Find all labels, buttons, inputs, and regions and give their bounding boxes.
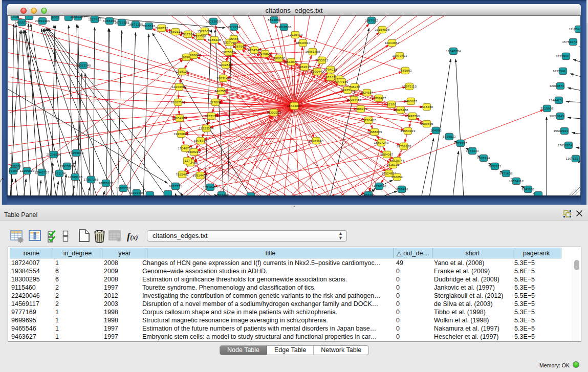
svg-text:127: 127 <box>185 159 190 162</box>
svg-text:19384554: 19384554 <box>309 139 323 142</box>
svg-text:7625402: 7625402 <box>176 173 189 176</box>
svg-text:1063: 1063 <box>52 16 59 19</box>
svg-text:9457791: 9457791 <box>362 193 375 195</box>
svg-text:164095: 164095 <box>430 129 442 132</box>
svg-text:20364486: 20364486 <box>346 98 361 101</box>
svg-text:11923446: 11923446 <box>129 191 144 194</box>
svg-text:17957265: 17957265 <box>83 178 98 181</box>
svg-text:19166825: 19166825 <box>173 133 188 136</box>
svg-text:1527602: 1527602 <box>88 18 101 21</box>
svg-text:8660124: 8660124 <box>169 30 182 33</box>
svg-text:10653267: 10653267 <box>70 16 85 18</box>
svg-text:7632621: 7632621 <box>488 165 502 168</box>
svg-text:7485063: 7485063 <box>399 69 412 72</box>
svg-text:15692921: 15692921 <box>553 129 568 133</box>
svg-text:1451194: 1451194 <box>53 172 66 175</box>
svg-text:16671355: 16671355 <box>128 23 143 26</box>
svg-text:9327503: 9327503 <box>193 35 207 38</box>
svg-text:14055714: 14055714 <box>14 21 29 24</box>
svg-text:8427552: 8427552 <box>214 90 228 93</box>
svg-text:10025488: 10025488 <box>393 108 408 112</box>
svg-text:16961758: 16961758 <box>305 50 320 53</box>
svg-text:2803144: 2803144 <box>216 77 230 80</box>
svg-text:2718126: 2718126 <box>176 70 189 73</box>
svg-text:10654112: 10654112 <box>509 180 524 183</box>
svg-text:8912954: 8912954 <box>181 33 194 36</box>
svg-text:2367608: 2367608 <box>233 45 246 48</box>
svg-text:2935114: 2935114 <box>477 157 490 160</box>
svg-text:15495796: 15495796 <box>405 115 420 118</box>
svg-text:10973493: 10973493 <box>392 54 407 57</box>
svg-text:18640910: 18640910 <box>295 41 310 45</box>
svg-text:7955812: 7955812 <box>315 59 329 62</box>
svg-text:7663822: 7663822 <box>155 27 168 30</box>
svg-text:15716485: 15716485 <box>203 186 217 189</box>
svg-text:8186328: 8186328 <box>208 38 221 41</box>
svg-text:12213967: 12213967 <box>384 41 399 45</box>
svg-text:16107554: 16107554 <box>170 101 185 104</box>
svg-text:9474444: 9474444 <box>466 149 479 152</box>
svg-text:12353594: 12353594 <box>199 127 213 130</box>
svg-text:9146821: 9146821 <box>258 52 272 55</box>
svg-text:19654923: 19654923 <box>400 129 415 133</box>
svg-text:7515526: 7515526 <box>142 25 156 28</box>
svg-text:12975115: 12975115 <box>402 85 417 88</box>
svg-text:18724007: 18724007 <box>287 104 301 107</box>
svg-text:15226058: 15226058 <box>197 30 212 33</box>
svg-text:15751074: 15751074 <box>562 40 577 43</box>
svg-text:9084067: 9084067 <box>380 153 394 156</box>
svg-text:15720407: 15720407 <box>361 119 376 122</box>
svg-text:15465: 15465 <box>229 37 239 40</box>
svg-text:9777169: 9777169 <box>335 80 349 83</box>
svg-text:117004: 117004 <box>210 101 221 104</box>
svg-text:19654985: 19654985 <box>172 117 187 120</box>
svg-text:8813054: 8813054 <box>268 18 281 21</box>
svg-text:9699695: 9699695 <box>420 122 433 125</box>
svg-text:12505135: 12505135 <box>68 176 82 179</box>
svg-text:12942757: 12942757 <box>34 171 49 174</box>
svg-text:9463627: 9463627 <box>404 100 418 103</box>
svg-text:16210643: 16210643 <box>549 115 564 118</box>
svg-text:1362615: 1362615 <box>298 65 311 69</box>
svg-text:1244415: 1244415 <box>549 99 562 102</box>
svg-text:5875685: 5875685 <box>222 51 235 54</box>
svg-text:12156829: 12156829 <box>19 169 34 172</box>
svg-text:12823446: 12823446 <box>214 193 229 195</box>
svg-text:17359924: 17359924 <box>69 151 83 155</box>
svg-text:9329966: 9329966 <box>556 55 569 58</box>
svg-text:1615132: 1615132 <box>386 163 400 166</box>
svg-text:5938923: 5938923 <box>443 135 456 138</box>
svg-text:9657771: 9657771 <box>169 185 182 188</box>
svg-text:20206526: 20206526 <box>46 153 61 156</box>
svg-text:17016504: 17016504 <box>557 144 572 147</box>
svg-text:1733426: 1733426 <box>395 188 408 191</box>
svg-text:10807487: 10807487 <box>371 97 386 100</box>
svg-text:3215958: 3215958 <box>540 107 554 110</box>
svg-text:9242845: 9242845 <box>219 63 232 67</box>
svg-text:9115460: 9115460 <box>420 105 433 108</box>
svg-text:5878334: 5878334 <box>194 139 207 142</box>
svg-text:1167533: 1167533 <box>565 157 578 160</box>
svg-text:9890: 9890 <box>183 56 190 59</box>
svg-text:6879197: 6879197 <box>454 142 467 145</box>
svg-text:8990443: 8990443 <box>311 70 324 73</box>
svg-text:8471636: 8471636 <box>499 172 513 175</box>
svg-text:16154808: 16154808 <box>375 28 389 31</box>
svg-text:13325419: 13325419 <box>288 33 302 36</box>
svg-text:20053340: 20053340 <box>76 64 91 67</box>
svg-text:10958107: 10958107 <box>98 182 113 185</box>
svg-text:10719185: 10719185 <box>114 21 129 24</box>
svg-text:14136141: 14136141 <box>372 185 386 188</box>
svg-text:16033809: 16033809 <box>206 20 221 23</box>
svg-text:19756928: 19756928 <box>396 145 411 148</box>
svg-text:9572234: 9572234 <box>227 26 241 29</box>
svg-text:19218506: 19218506 <box>276 26 291 29</box>
svg-text:12093872: 12093872 <box>549 84 564 87</box>
svg-text:9245652: 9245652 <box>521 188 535 191</box>
svg-text:8454749: 8454749 <box>248 49 261 52</box>
svg-text:3498222: 3498222 <box>187 150 201 154</box>
svg-text:7386372: 7386372 <box>354 107 367 111</box>
svg-text:1588520: 1588520 <box>272 57 286 60</box>
svg-text:5822037: 5822037 <box>285 60 298 63</box>
svg-text:10688609: 10688609 <box>367 130 382 134</box>
